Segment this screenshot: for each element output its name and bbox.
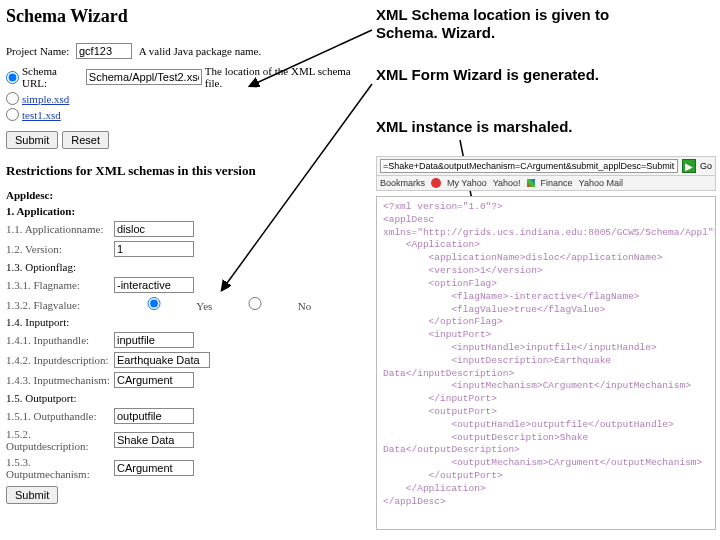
bm-myyahoo[interactable]: My Yahoo [447,178,487,188]
bm-mail[interactable]: Yahoo Mail [579,178,623,188]
address-bar-input[interactable] [380,159,678,173]
bm-finance[interactable]: Finance [541,178,573,188]
bm-yahoo[interactable]: Yahoo! [493,178,521,188]
finance-icon [527,179,535,187]
bookmarks-label: Bookmarks [380,178,425,188]
go-label: Go [700,161,712,171]
svg-line-0 [250,30,372,86]
browser-toolbar: ▶ Go Bookmarks My Yahoo Yahoo! Finance Y… [376,156,716,191]
yahoo-icon [431,178,441,188]
go-button[interactable]: ▶ [682,159,696,173]
xml-output-panel: <?xml version="1.0"?> <applDesc xmlns="h… [376,196,716,530]
svg-line-1 [222,84,372,290]
